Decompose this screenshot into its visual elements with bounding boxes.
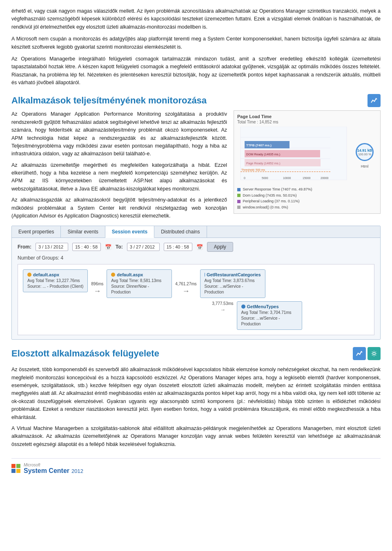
chain-node-1-icon xyxy=(27,273,31,277)
flag-green xyxy=(16,464,20,468)
to-label: To: xyxy=(116,244,123,250)
chain-node-3-detail2: Source: ...w/Service - Production xyxy=(205,284,261,295)
svg-text:15000: 15000 xyxy=(303,177,311,179)
chain-node-2-icon xyxy=(111,273,115,277)
from-label: From: xyxy=(18,244,31,250)
page-wrapper: érhető el, vagy csak nagyon magas válasz… xyxy=(0,0,392,483)
tab-similar-events[interactable]: Similar events xyxy=(61,226,105,237)
chart-area: Page Load Time Total Time : 14,852 ms xyxy=(234,110,381,220)
chain-node-3: GetRestaurantCategories Avg Total Time: … xyxy=(200,269,265,298)
from-calendar-icon[interactable]: 📅 xyxy=(105,244,111,250)
chain-node-3-icon xyxy=(205,273,205,277)
chain-node-4-title: GetMenuTypes xyxy=(241,304,298,309)
chain-node-3-detail1: Avg Total Time: 3,873.67ms xyxy=(205,278,261,284)
distributed-para1: Az összetett, több komponensből és szerv… xyxy=(11,366,381,421)
footer-brand: System Center xyxy=(24,467,69,475)
legend-dot-green xyxy=(237,194,241,197)
chain-node-1-detail1: Avg Total Time: 13,227.76ms xyxy=(27,278,83,284)
chart-legend: Server Response Time (7407 ms. 49.87%) D… xyxy=(237,186,377,210)
chain-node-4: GetMenuTypes Avg Total Time: 3,704.71ms … xyxy=(237,301,302,330)
svg-text:Threshold: 500 ms: Threshold: 500 ms xyxy=(241,168,265,171)
chart-title: Page Load Time xyxy=(237,114,377,119)
arrow-1-time: 896ms xyxy=(91,282,103,286)
from-time-input[interactable] xyxy=(72,243,101,251)
chain-arrow-node-3-row: 4,761.27ms → GetRestaurantCategories Avg… xyxy=(172,269,302,298)
distributed-section: Az összetett, több komponensből és szerv… xyxy=(11,366,381,448)
tab-session-events[interactable]: Session events xyxy=(105,226,154,238)
chain-right-group: 4,761.27ms → GetRestaurantCategories Avg… xyxy=(172,269,302,330)
chain-container: default.aspx Avg Total Time: 13,227.76ms… xyxy=(18,264,374,335)
microsoft-logo: Microsoft System Center 2012 xyxy=(11,463,83,475)
filter-row: From: 📅 To: 📅 Apply xyxy=(18,242,374,252)
ms-flag xyxy=(11,464,20,473)
chain-node-2-detail1: Avg Total Time: 8,581.13ms xyxy=(111,278,167,284)
apm-text: Az Operations Manager Application Perfor… xyxy=(11,110,227,220)
distributed-chart-icon xyxy=(353,347,366,360)
svg-text:TTFB (7407 ms.): TTFB (7407 ms.) xyxy=(246,143,272,147)
groups-label: Number of Groups: 4 xyxy=(18,255,374,261)
distributed-heading-icons xyxy=(353,347,381,360)
apm-chart-icon xyxy=(368,94,381,107)
svg-point-18 xyxy=(373,352,375,355)
chain-node-1: default.aspx Avg Total Time: 13,227.76ms… xyxy=(23,269,88,292)
flag-red xyxy=(11,464,16,468)
chain-arrow-node-4-row: 3,777.53ms → GetMenuTypes Avg Total Time… xyxy=(209,301,302,330)
legend-dot-gray xyxy=(237,206,241,209)
chain-node-2-title: default.aspx xyxy=(111,272,167,277)
chain-node-4-detail2: Source: ...w/Service - Production xyxy=(241,316,298,327)
svg-text:5000: 5000 xyxy=(262,177,268,179)
apm-para2: Az alkalmazás üzemeltetője megértheti és… xyxy=(11,161,227,193)
stat-label-html: Html xyxy=(361,164,369,168)
tab-distributed-chains[interactable]: Distributed chains xyxy=(154,226,207,237)
to-date-input[interactable] xyxy=(127,243,160,251)
chart-svg: Threshold: 500 ms TTFB (7407 ms.) DOM Re… xyxy=(237,127,350,184)
apm-heading: Alkalmazások teljesítményének monitorozá… xyxy=(11,94,381,107)
flag-blue xyxy=(11,469,16,473)
stat-circle: 14.91 kB 100.00 % xyxy=(356,143,374,161)
tab-panel: Event properties Similar events Session … xyxy=(11,226,381,340)
distributed-para2: A Virtual Machine Managerben a szolgálta… xyxy=(11,425,381,448)
chain-node-2: default.aspx Avg Total Time: 8,581.13ms … xyxy=(107,269,172,298)
legend-dot-purple xyxy=(237,200,241,203)
tab-event-properties[interactable]: Event properties xyxy=(12,226,61,237)
footer: Microsoft System Center 2012 xyxy=(11,458,381,475)
svg-text:10000: 10000 xyxy=(283,177,291,179)
legend-item-4: window.onload() (0 ms. 0%) xyxy=(237,204,377,210)
apm-para3: Az alkalmazásgazdák az alkalmazásokról b… xyxy=(11,196,227,220)
chain-node-2-detail2: Source: DinnerNow - Production xyxy=(111,284,167,295)
arrow-3-time: 3,777.53ms xyxy=(212,301,233,306)
to-time-input[interactable] xyxy=(164,243,192,251)
tab-content: From: 📅 To: 📅 Apply Number of Groups: 4 … xyxy=(12,238,380,339)
chain-arrow-2: 4,761.27ms → xyxy=(172,269,200,296)
tabs-header: Event properties Similar events Session … xyxy=(12,226,380,238)
chain-node-1-detail2: Source: ... - Production (Client) xyxy=(27,284,83,289)
svg-text:Page Ready (14652 ms.): Page Ready (14652 ms.) xyxy=(246,161,281,165)
intro-para3: Az Operations Managerbe integrálható fel… xyxy=(11,55,381,87)
apm-section: Az Operations Manager Application Perfor… xyxy=(11,110,381,220)
svg-text:20000: 20000 xyxy=(321,177,329,179)
chain-node-3-title: GetRestaurantCategories xyxy=(205,272,261,277)
distributed-gear-icon xyxy=(368,347,381,360)
legend-item-1: Server Response Time (7407 ms. 49.87%) xyxy=(237,186,377,192)
ms-label: Microsoft xyxy=(24,463,83,467)
chart-subtitle: Total Time : 14,852 ms xyxy=(237,120,377,124)
svg-text:DOM Ready (14635 ms.): DOM Ready (14635 ms.) xyxy=(246,152,281,156)
from-date-input[interactable] xyxy=(36,243,68,251)
footer-year: 2012 xyxy=(71,468,83,474)
distributed-heading: Elosztott alkalmazások felügyelete xyxy=(11,347,381,360)
apm-para1: Az Operations Manager Application Perfor… xyxy=(11,110,227,158)
chain-node-4-detail1: Avg Total Time: 3,704.71ms xyxy=(241,310,298,316)
apply-button[interactable]: Apply xyxy=(207,242,233,252)
intro-para2: A Microsoft nem csupán a monitorozás és … xyxy=(11,35,381,51)
legend-item-2: Dom Loading (7435 ms. 50.01%) xyxy=(237,193,377,198)
legend-dot-blue xyxy=(237,188,241,191)
chain-node-4-icon xyxy=(241,305,245,309)
legend-item-3: Peripheral Loading (37 ms. 0.11%) xyxy=(237,198,377,204)
to-calendar-icon[interactable]: 📅 xyxy=(196,244,203,250)
flag-yellow xyxy=(16,469,20,473)
chart-box: Page Load Time Total Time : 14,852 ms xyxy=(234,110,381,214)
chain-arrow-1: 896ms → xyxy=(88,269,107,296)
apm-heading-icons xyxy=(368,94,381,107)
svg-text:0: 0 xyxy=(244,177,245,179)
arrow-2-time: 4,761.27ms xyxy=(175,282,196,286)
